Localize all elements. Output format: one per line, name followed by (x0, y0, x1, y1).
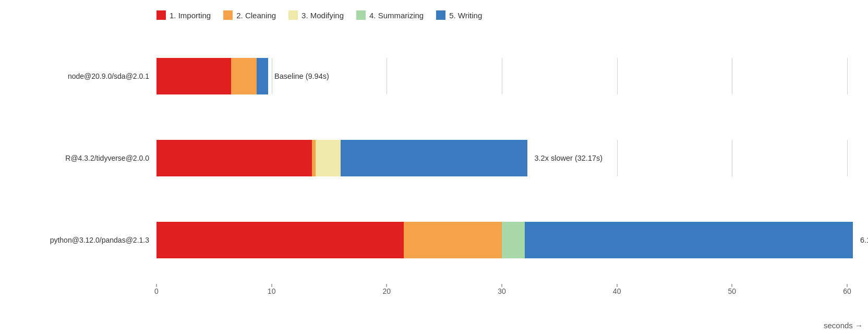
x-tick-label-0: 0 (154, 287, 159, 295)
legend: 1. Importing2. Cleaning3. Modifying4. Su… (156, 10, 847, 20)
segment-2-1 (404, 222, 502, 258)
legend-label-summarizing: 4. Summarizing (369, 11, 424, 20)
bar-row-1: R@4.3.2/tidyverse@2.0.03.2x slower (32.1… (21, 117, 847, 199)
legend-color-writing (436, 10, 445, 20)
segment-1-0 (156, 140, 312, 176)
legend-label-writing: 5. Writing (449, 11, 482, 20)
segment-0-1 (231, 58, 257, 94)
grid-line-40 (617, 58, 618, 94)
grid-line-10 (272, 58, 272, 94)
x-tick-label-60: 60 (843, 287, 851, 295)
bar-track-1: 3.2x slower (32.17s) (156, 140, 847, 176)
legend-color-summarizing (356, 10, 366, 20)
bar-track-0: Baseline (9.94s) (156, 58, 847, 94)
bar-row-0: node@20.9.0/sda@2.0.1Baseline (9.94s) (21, 35, 847, 117)
bar-label-0: node@20.9.0/sda@2.0.1 (21, 72, 156, 80)
segment-2-4 (525, 222, 853, 258)
bar-segments-1 (156, 140, 527, 176)
legend-item-writing: 5. Writing (436, 10, 482, 20)
legend-color-modifying (288, 10, 298, 20)
chart-area: node@20.9.0/sda@2.0.1Baseline (9.94s)R@4… (21, 35, 847, 303)
bars-and-labels: node@20.9.0/sda@2.0.1Baseline (9.94s)R@4… (21, 35, 847, 281)
legend-item-cleaning: 2. Cleaning (223, 10, 276, 20)
grid-line-60 (847, 140, 848, 176)
x-tick-label-50: 50 (728, 287, 737, 295)
axis-label: seconds → (824, 321, 863, 330)
bar-row-2: python@3.12.0/pandas@2.1.36.1x slower (6… (21, 199, 847, 281)
legend-label-cleaning: 2. Cleaning (236, 11, 276, 20)
grid-line-40 (617, 140, 618, 176)
segment-2-0 (156, 222, 404, 258)
grid-line-50 (732, 58, 732, 94)
legend-item-summarizing: 4. Summarizing (356, 10, 424, 20)
x-tick-label-20: 20 (383, 287, 391, 295)
x-tick-label-40: 40 (613, 287, 621, 295)
x-tick-label-30: 30 (498, 287, 506, 295)
segment-0-4 (257, 58, 268, 94)
bar-annotation-0: Baseline (9.94s) (274, 72, 329, 80)
legend-item-importing: 1. Importing (156, 10, 211, 20)
segment-1-4 (341, 140, 527, 176)
bar-annotation-1: 3.2x slower (32.17s) (535, 154, 603, 162)
segment-0-0 (156, 58, 231, 94)
bar-segments-0 (156, 58, 268, 94)
bar-track-2: 6.1x slower (60.56s) (156, 222, 847, 258)
segment-1-2 (316, 140, 341, 176)
bar-label-1: R@4.3.2/tidyverse@2.0.0 (21, 154, 156, 162)
segment-1-1 (312, 140, 316, 176)
grid-line-50 (732, 140, 732, 176)
grid-line-30 (502, 58, 502, 94)
legend-color-importing (156, 10, 166, 20)
legend-label-modifying: 3. Modifying (302, 11, 344, 20)
legend-label-importing: 1. Importing (170, 11, 211, 20)
legend-color-cleaning (223, 10, 233, 20)
bar-segments-2 (156, 222, 853, 258)
x-axis: 0102030405060 (156, 284, 847, 303)
chart-container: 1. Importing2. Cleaning3. Modifying4. Su… (0, 0, 868, 334)
bar-label-2: python@3.12.0/pandas@2.1.3 (21, 236, 156, 244)
grid-line-60 (847, 58, 848, 94)
bar-annotation-2: 6.1x slower (60.56s) (860, 236, 868, 244)
segment-2-3 (502, 222, 525, 258)
legend-item-modifying: 3. Modifying (288, 10, 344, 20)
x-tick-label-10: 10 (268, 287, 276, 295)
grid-line-20 (387, 58, 387, 94)
